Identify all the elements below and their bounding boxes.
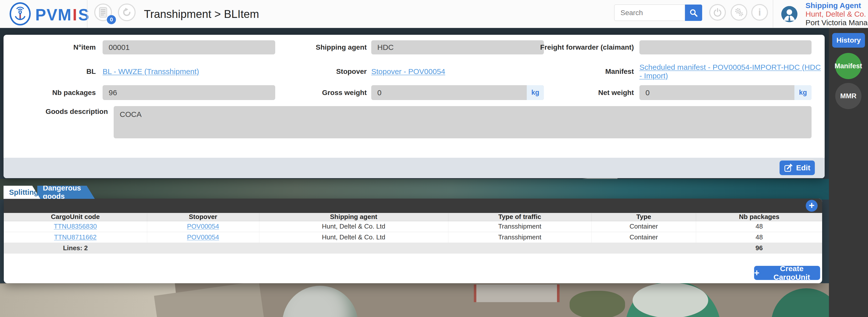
info-icon: i xyxy=(758,7,761,18)
search-icon xyxy=(689,8,698,17)
n-item-input[interactable] xyxy=(102,40,275,55)
header-divider-2 xyxy=(773,0,773,28)
search-bar xyxy=(614,4,702,21)
header-divider xyxy=(87,0,88,28)
add-splitting-button[interactable]: + xyxy=(806,200,817,212)
form-footer-bar: Edit xyxy=(3,158,825,178)
freight-forwarder-label: Freight forwarder (claimant) xyxy=(483,40,634,55)
goods-description-textarea[interactable]: COCA xyxy=(114,106,811,138)
refresh-button[interactable] xyxy=(118,3,135,21)
user-avatar[interactable] xyxy=(781,6,798,22)
gears-icon xyxy=(734,7,744,17)
top-header: PVMIS 0 Transhipment > BLItem xyxy=(0,0,868,28)
app-screen: PVMIS 0 Transhipment > BLItem xyxy=(0,0,868,317)
type-of-traffic-cell: Transshipment xyxy=(448,232,591,243)
table-row: TTNU8711662 POV00054 Hunt, Deltel & Co. … xyxy=(4,232,822,243)
pvmis-wordmark: PVMIS xyxy=(35,5,90,24)
net-weight-field-wrap: kg xyxy=(640,85,811,100)
refresh-icon xyxy=(122,7,132,18)
create-cargounit-label: Create CargoUnit xyxy=(764,264,820,282)
search-button[interactable] xyxy=(685,4,702,21)
lines-count: Lines: 2 xyxy=(4,243,147,253)
anchor-icon xyxy=(13,5,27,22)
col-stopover[interactable]: Stopover xyxy=(147,213,259,221)
splittings-toolbar: + xyxy=(4,198,822,213)
n-item-field-wrap xyxy=(102,40,275,55)
stopover-cell-link[interactable]: POV00054 xyxy=(187,222,219,230)
plus-icon: + xyxy=(754,268,760,278)
edit-button[interactable]: Edit xyxy=(779,160,815,175)
info-button[interactable]: i xyxy=(751,4,768,21)
history-button[interactable]: History xyxy=(832,33,865,47)
bl-link[interactable]: BL - WWZE (Transshipment) xyxy=(102,67,199,76)
nb-packages-field-wrap xyxy=(102,85,275,100)
bl-link-wrap: BL - WWZE (Transshipment) xyxy=(102,64,199,78)
right-action-rail: History Manifest MMR xyxy=(829,28,868,317)
col-type-of-traffic[interactable]: Type of traffic xyxy=(448,213,591,221)
splittings-panel: + CargoUnit code Stopover Shipping agent… xyxy=(4,198,822,283)
net-weight-input[interactable] xyxy=(640,85,811,100)
stopover-link-wrap: Stopover - POV00054 xyxy=(371,64,445,78)
net-weight-unit: kg xyxy=(795,85,811,100)
blitem-form-panel: N°item Shipping agent Freight forwarder … xyxy=(3,35,825,178)
table-header-row: CargoUnit code Stopover Shipping agent T… xyxy=(4,213,822,221)
user-company: Hunt, Deltel & Co. Ltd xyxy=(806,10,868,19)
goods-description-label: Goods description xyxy=(13,106,108,117)
plus-icon: + xyxy=(809,200,814,211)
col-type[interactable]: Type xyxy=(591,213,696,221)
logout-button[interactable] xyxy=(709,4,726,21)
type-cell: Container xyxy=(591,221,696,232)
cargounit-link[interactable]: TTNU8711662 xyxy=(54,233,97,241)
user-organization: Port Victoria Managem xyxy=(806,19,868,27)
edit-pencil-icon xyxy=(784,163,793,172)
pvmis-logo-icon[interactable] xyxy=(9,2,31,26)
manifest-link[interactable]: Scheduled manifest - POV00054-IMPORT-HDC… xyxy=(640,63,825,80)
type-cell: Container xyxy=(591,232,696,243)
shipping-agent-cell: Hunt, Deltel & Co. Ltd xyxy=(259,232,448,243)
nb-packages-cell: 48 xyxy=(696,232,822,243)
shipping-agent-label: Shipping agent xyxy=(255,40,367,55)
net-weight-label: Net weight xyxy=(483,85,634,100)
col-shipping-agent[interactable]: Shipping agent xyxy=(259,213,448,221)
user-info[interactable]: Shipping Agent Hunt, Deltel & Co. Ltd Po… xyxy=(806,1,868,27)
nb-packages-label: Nb packages xyxy=(13,85,96,100)
stopover-label: Stopover xyxy=(255,64,367,78)
table-row: TTNU8356830 POV00054 Hunt, Deltel & Co. … xyxy=(4,221,822,232)
bl-label: BL xyxy=(13,64,96,78)
edit-button-label: Edit xyxy=(796,163,810,172)
col-nb-packages[interactable]: Nb packages xyxy=(696,213,822,221)
mmr-button[interactable]: MMR xyxy=(835,83,862,109)
manifest-label: Manifest xyxy=(483,64,634,78)
shipping-agent-cell: Hunt, Deltel & Co. Ltd xyxy=(259,221,448,232)
user-role: Shipping Agent xyxy=(806,1,868,10)
stopover-link[interactable]: Stopover - POV00054 xyxy=(371,67,445,76)
type-of-traffic-cell: Transshipment xyxy=(448,221,591,232)
queue-count-badge: 0 xyxy=(107,15,116,24)
manifest-link-wrap: Scheduled manifest - POV00054-IMPORT-HDC… xyxy=(640,64,825,78)
gross-weight-label: Gross weight xyxy=(255,85,367,100)
goods-description-field-wrap: COCA xyxy=(114,106,811,138)
create-cargounit-button[interactable]: + Create CargoUnit xyxy=(754,266,820,280)
nb-packages-input[interactable] xyxy=(102,85,275,100)
document-icon xyxy=(99,7,107,18)
cargo-units-table: CargoUnit code Stopover Shipping agent T… xyxy=(4,213,822,254)
table-footer-row: Lines: 2 96 xyxy=(4,243,822,253)
page-title: Transhipment > BLItem xyxy=(144,0,259,28)
stopover-cell-link[interactable]: POV00054 xyxy=(187,233,219,241)
freight-forwarder-input[interactable] xyxy=(640,40,811,55)
nb-packages-cell: 48 xyxy=(696,221,822,232)
tab-dangerous-goods[interactable]: Dangerous goods xyxy=(37,186,95,199)
settings-button[interactable] xyxy=(731,4,747,21)
col-cargounit-code[interactable]: CargoUnit code xyxy=(4,213,147,221)
total-nb-packages: 96 xyxy=(696,243,822,253)
power-icon xyxy=(713,8,722,17)
search-input[interactable] xyxy=(614,4,685,21)
manifest-button[interactable]: Manifest xyxy=(835,53,862,79)
cargounit-link[interactable]: TTNU8356830 xyxy=(54,222,97,230)
n-item-label: N°item xyxy=(13,40,96,55)
freight-forwarder-field-wrap xyxy=(640,40,811,55)
person-icon xyxy=(781,6,798,22)
